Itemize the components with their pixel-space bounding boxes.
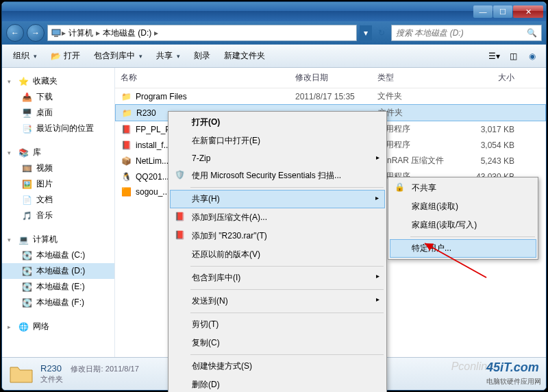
- column-type[interactable]: 类型: [377, 72, 460, 84]
- sidebar-item-drive-d[interactable]: 💽 本地磁盘 (D:): [2, 263, 114, 279]
- forward-button[interactable]: →: [27, 24, 45, 42]
- favorites-header[interactable]: ▾ ⭐ 收藏夹: [2, 73, 114, 89]
- sidebar-item-label: 本地磁盘 (D:): [36, 265, 85, 277]
- context-menu: 打开(O) 在新窗口中打开(E) 7-Zip 🛡️ 使用 Microsoft S…: [168, 111, 387, 392]
- breadcrumb-drive-d[interactable]: 本地磁盘 (D:): [100, 27, 154, 39]
- share-none[interactable]: 🔒 不共享: [390, 179, 536, 197]
- address-bar[interactable]: ▸ 计算机 ▸ 本地磁盘 (D:) ▸: [47, 25, 357, 41]
- sidebar-item-documents[interactable]: 📄 文档: [2, 192, 114, 208]
- desktop-icon: 🖥️: [21, 108, 32, 119]
- sidebar-item-videos[interactable]: 🎞️ 视频: [2, 160, 114, 176]
- drive-icon: 💽: [21, 297, 32, 308]
- libraries-header[interactable]: ▾ 📚 库: [2, 145, 114, 160]
- ctx-cut[interactable]: 剪切(T): [170, 315, 385, 334]
- search-box[interactable]: 🔍: [391, 25, 542, 41]
- share-button[interactable]: 共享: [151, 47, 186, 64]
- minimize-button[interactable]: —: [473, 5, 493, 18]
- file-icon: 📕: [121, 124, 132, 135]
- ctx-delete[interactable]: 删除(D): [170, 376, 385, 392]
- computer-header[interactable]: ▾ 💻 计算机: [2, 232, 114, 247]
- file-name: sogou_...: [136, 187, 169, 197]
- ctx-open[interactable]: 打开(O): [170, 113, 385, 132]
- view-options-button[interactable]: ☰▾: [486, 48, 502, 64]
- help-button[interactable]: ◉: [524, 48, 540, 64]
- computer-group: ▾ 💻 计算机 💽 本地磁盘 (C:) 💽 本地磁盘 (D:) 💽 本地磁盘 (…: [2, 232, 114, 310]
- ctx-copy[interactable]: 复制(C): [170, 334, 385, 352]
- ctx-add-to-r230[interactable]: 📕 添加到 "R230.rar"(T): [170, 227, 385, 245]
- recent-icon: 📑: [21, 123, 32, 134]
- back-button[interactable]: ←: [6, 24, 24, 42]
- navigation-sidebar: ▾ ⭐ 收藏夹 📥 下载 🖥️ 桌面 📑 最近访问的位置: [2, 68, 115, 357]
- window-controls: — ☐ ✕: [473, 5, 543, 18]
- share-homegroup-readwrite[interactable]: 家庭组(读取/写入): [390, 216, 536, 234]
- column-size[interactable]: 大小: [460, 72, 514, 84]
- detail-name: R230: [40, 363, 62, 373]
- sidebar-item-music[interactable]: 🎵 音乐: [2, 208, 114, 223]
- file-name: QQ201...: [136, 172, 169, 182]
- file-icon: 📁: [121, 108, 132, 119]
- star-icon: ⭐: [18, 77, 29, 86]
- sidebar-item-label: 文档: [36, 194, 53, 206]
- ctx-send-to[interactable]: 发送到(N): [170, 292, 385, 310]
- sidebar-item-drive-c[interactable]: 💽 本地磁盘 (C:): [2, 247, 114, 263]
- toolbar: 组织 📂 打开 包含到库中 共享 刻录 新建文件夹 ☰▾ ◫ ◉: [2, 45, 546, 68]
- file-row[interactable]: 📁Program Files2011/8/17 15:35文件夹: [115, 88, 546, 104]
- ctx-include-library[interactable]: 包含到库中(I): [170, 269, 385, 287]
- maximize-button[interactable]: ☐: [493, 5, 512, 18]
- ctx-7zip[interactable]: 7-Zip: [170, 150, 385, 167]
- preview-pane-button[interactable]: ◫: [505, 48, 521, 64]
- file-icon: 📁: [121, 91, 132, 102]
- favorites-label: 收藏夹: [33, 75, 58, 87]
- ctx-restore-versions[interactable]: 还原以前的版本(V): [170, 245, 385, 264]
- ctx-mse-scan[interactable]: 🛡️ 使用 Microsoft Security Essentials 扫描..…: [170, 167, 385, 185]
- organize-button[interactable]: 组织: [8, 47, 42, 64]
- library-icon: 📚: [18, 148, 29, 158]
- file-name: install_f...: [136, 140, 171, 150]
- share-homegroup-read[interactable]: 家庭组(读取): [390, 197, 536, 216]
- network-icon: 🌐: [18, 322, 29, 332]
- include-library-button[interactable]: 包含到库中: [88, 47, 148, 64]
- ctx-label: 添加到压缩文件(A)...: [192, 212, 267, 222]
- column-name[interactable]: 名称: [121, 72, 295, 84]
- detail-type: 文件夹: [40, 374, 139, 384]
- shield-icon: 🛡️: [174, 169, 185, 180]
- share-submenu: 🔒 不共享 家庭组(读取) 家庭组(读取/写入) 特定用户...: [388, 177, 538, 260]
- sidebar-item-downloads[interactable]: 📥 下载: [2, 89, 114, 105]
- sidebar-item-label: 桌面: [36, 107, 53, 119]
- sidebar-item-label: 视频: [36, 162, 53, 174]
- file-name: R230: [136, 108, 156, 118]
- file-type: 文件夹: [378, 107, 460, 119]
- ctx-open-new-window[interactable]: 在新窗口中打开(E): [170, 132, 385, 150]
- file-type: 应用程序: [377, 139, 460, 151]
- burn-button[interactable]: 刻录: [188, 47, 216, 64]
- network-header[interactable]: ▸ 🌐 网络: [2, 319, 114, 334]
- chevron-right-icon: ▸: [8, 323, 14, 330]
- drive-icon: 💽: [21, 250, 32, 261]
- sidebar-item-pictures[interactable]: 🖼️ 图片: [2, 176, 114, 192]
- sidebar-item-desktop[interactable]: 🖥️ 桌面: [2, 105, 114, 121]
- computer-icon: [51, 27, 62, 38]
- search-input[interactable]: [396, 28, 527, 38]
- file-size: 3,054 KB: [460, 140, 514, 150]
- sidebar-item-drive-f[interactable]: 💽 本地磁盘 (F:): [2, 295, 114, 310]
- chevron-down-icon: ▾: [8, 78, 14, 85]
- network-label: 网络: [33, 321, 49, 332]
- download-icon: 📥: [21, 92, 32, 103]
- ctx-add-to-archive[interactable]: 📕 添加到压缩文件(A)...: [170, 208, 385, 227]
- address-dropdown-button[interactable]: ▾: [360, 25, 372, 40]
- chevron-down-icon: ▾: [8, 236, 14, 243]
- sidebar-item-recent[interactable]: 📑 最近访问的位置: [2, 121, 114, 136]
- favorites-group: ▾ ⭐ 收藏夹 📥 下载 🖥️ 桌面 📑 最近访问的位置: [2, 73, 114, 136]
- new-folder-button[interactable]: 新建文件夹: [219, 47, 271, 64]
- libraries-label: 库: [33, 147, 41, 158]
- sidebar-item-drive-e[interactable]: 💽 本地磁盘 (E:): [2, 279, 114, 295]
- lock-icon: 🔒: [394, 182, 405, 193]
- open-button[interactable]: 📂 打开: [45, 47, 86, 64]
- share-specific-users[interactable]: 特定用户...: [390, 239, 536, 258]
- refresh-button[interactable]: ↻: [375, 25, 388, 40]
- close-button[interactable]: ✕: [513, 5, 543, 18]
- ctx-create-shortcut[interactable]: 创建快捷方式(S): [170, 357, 385, 376]
- breadcrumb-computer[interactable]: 计算机: [66, 27, 96, 39]
- column-date[interactable]: 修改日期: [295, 72, 377, 84]
- ctx-share[interactable]: 共享(H): [170, 190, 385, 208]
